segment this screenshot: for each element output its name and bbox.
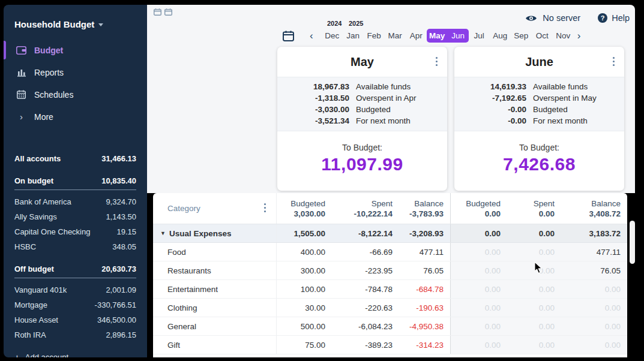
category-name[interactable]: Entertainment <box>153 280 276 298</box>
group-budgeted-may[interactable]: 1,505.00 <box>276 224 332 242</box>
spent-cell[interactable]: -6,084.23 <box>332 317 399 335</box>
group-expand-toggle[interactable]: ▼ Usual Expenses <box>153 224 276 242</box>
help-button[interactable]: ? Help <box>598 13 630 23</box>
column-header-spent-june[interactable]: Spent 0.00 <box>507 193 561 224</box>
month-jul[interactable]: Jul <box>469 29 490 43</box>
account-row[interactable]: Mortgage -330,766.51 <box>14 297 136 312</box>
balance-cell[interactable]: 0.00 <box>561 280 627 298</box>
spent-cell[interactable]: 0.00 <box>507 336 561 354</box>
group-balance-june[interactable]: 3,183.72 <box>561 224 627 242</box>
kebab-menu-icon[interactable] <box>436 57 438 68</box>
budgeted-cell[interactable]: 0.00 <box>450 336 507 354</box>
month-sep[interactable]: Sep <box>511 29 532 43</box>
month-dec[interactable]: Dec <box>322 29 343 43</box>
month-may-selected[interactable]: May <box>427 29 448 43</box>
spent-cell[interactable]: 0.00 <box>507 243 561 261</box>
category-name[interactable]: Gift <box>153 336 276 354</box>
spent-cell[interactable]: -389.23 <box>332 336 399 354</box>
budgeted-cell[interactable]: 30.00 <box>276 299 332 317</box>
month-aug[interactable]: Aug <box>490 29 511 43</box>
column-header-balance-june[interactable]: Balance 3,408.72 <box>561 193 627 224</box>
server-status[interactable]: No server <box>543 13 580 23</box>
previous-month-button[interactable]: ‹ <box>306 30 317 42</box>
balance-cell[interactable]: 0.00 <box>561 317 627 335</box>
month-nov[interactable]: Nov <box>553 29 574 43</box>
budgeted-cell[interactable]: 0.00 <box>450 280 507 298</box>
month-apr[interactable]: Apr <box>406 29 427 43</box>
column-header-spent-may[interactable]: Spent -10,222.14 <box>332 193 399 224</box>
on-budget-group: On budget 10,835.40 Bank of America 9,32… <box>14 176 136 254</box>
spent-cell[interactable]: 0.00 <box>507 299 561 317</box>
group-budgeted-june[interactable]: 0.00 <box>450 224 507 242</box>
mini-calendar-icon[interactable] <box>154 8 161 16</box>
budgeted-cell[interactable]: 300.00 <box>276 261 332 279</box>
mini-calendar-icon[interactable] <box>164 8 172 16</box>
on-budget-header[interactable]: On budget 10,835.40 <box>14 176 136 190</box>
month-feb[interactable]: Feb <box>364 29 385 43</box>
budgeted-cell[interactable]: 500.00 <box>276 317 332 335</box>
column-header-balance-may[interactable]: Balance -3,783.93 <box>399 193 450 224</box>
balance-cell[interactable]: 0.00 <box>561 336 627 354</box>
balance-cell[interactable]: -314.23 <box>399 336 450 354</box>
budgeted-cell[interactable]: 100.00 <box>276 280 332 298</box>
to-budget-value[interactable]: 11,097.99 <box>277 154 447 175</box>
category-header[interactable]: Category <box>167 204 200 213</box>
month-oct[interactable]: Oct <box>532 29 553 43</box>
account-row[interactable]: House Asset 346,500.00 <box>14 312 136 327</box>
calendar-picker-icon[interactable] <box>283 31 294 41</box>
spent-cell[interactable]: 0.00 <box>507 317 561 335</box>
category-name[interactable]: Food <box>153 243 276 261</box>
month-jan[interactable]: Jan <box>343 29 364 43</box>
column-header-budgeted-may[interactable]: Budgeted 3,030.00 <box>276 193 332 224</box>
account-row[interactable]: Roth IRA 2,896.15 <box>14 327 136 342</box>
sidebar-item-budget[interactable]: Budget <box>4 39 147 61</box>
balance-cell[interactable]: -4,950.38 <box>399 317 450 335</box>
balance-cell[interactable]: 477.11 <box>561 243 627 261</box>
month-mar[interactable]: Mar <box>385 29 406 43</box>
budgeted-cell[interactable]: 75.00 <box>276 336 332 354</box>
account-row[interactable]: Ally Savings 1,143.50 <box>14 209 136 224</box>
sidebar-item-more[interactable]: › More <box>4 106 147 128</box>
kebab-menu-icon[interactable] <box>264 203 266 214</box>
kebab-menu-icon[interactable] <box>613 57 615 68</box>
spent-cell[interactable]: -220.63 <box>332 299 399 317</box>
budgeted-cell[interactable]: 400.00 <box>276 243 332 261</box>
balance-cell[interactable]: -190.63 <box>399 299 450 317</box>
budgeted-cell[interactable]: 0.00 <box>450 261 507 279</box>
balance-cell[interactable]: 477.11 <box>399 243 450 261</box>
spent-cell[interactable]: 0.00 <box>507 280 561 298</box>
category-name[interactable]: General <box>153 317 276 335</box>
balance-cell[interactable]: -684.78 <box>399 280 450 298</box>
group-spent-june[interactable]: 0.00 <box>507 224 561 242</box>
budgeted-cell[interactable]: 0.00 <box>450 243 507 261</box>
all-accounts-row[interactable]: All accounts 31,466.13 <box>14 154 136 163</box>
budgeted-cell[interactable]: 0.00 <box>450 317 507 335</box>
account-row[interactable]: Capital One Checking 19.15 <box>14 224 136 239</box>
eye-icon[interactable] <box>525 14 537 22</box>
spent-cell[interactable]: -66.69 <box>332 243 399 261</box>
balance-cell[interactable]: 76.05 <box>399 261 450 279</box>
category-name[interactable]: Clothing <box>153 299 276 317</box>
sidebar-item-schedules[interactable]: Schedules <box>4 83 147 106</box>
month-jun-selected[interactable]: Jun <box>448 29 469 43</box>
budgeted-cell[interactable]: 0.00 <box>450 299 507 317</box>
group-spent-may[interactable]: -8,122.14 <box>332 224 399 242</box>
balance-cell[interactable]: 0.00 <box>561 299 627 317</box>
spent-cell[interactable]: -784.78 <box>332 280 399 298</box>
group-balance-may[interactable]: -3,208.93 <box>399 224 450 242</box>
add-account-button[interactable]: + Add account <box>14 353 136 357</box>
budget-file-switcher[interactable]: Household Budget <box>4 5 147 29</box>
to-budget-value[interactable]: 7,426.68 <box>454 154 624 175</box>
account-row[interactable]: Vanguard 401k 2,001.09 <box>14 282 136 297</box>
off-budget-header[interactable]: Off budget 20,630.73 <box>14 264 136 278</box>
vertical-scrollbar-thumb[interactable] <box>630 221 635 264</box>
next-month-button[interactable]: › <box>574 30 585 42</box>
spent-cell[interactable]: 0.00 <box>507 261 561 279</box>
account-row[interactable]: HSBC 348.05 <box>14 239 136 254</box>
sidebar-item-reports[interactable]: Reports <box>4 61 147 83</box>
balance-cell[interactable]: 76.05 <box>561 261 627 279</box>
spent-cell[interactable]: -223.95 <box>332 261 399 279</box>
category-name[interactable]: Restaurants <box>153 261 276 279</box>
account-row[interactable]: Bank of America 9,324.70 <box>14 194 136 209</box>
column-header-budgeted-june[interactable]: Budgeted 0.00 <box>450 193 507 224</box>
